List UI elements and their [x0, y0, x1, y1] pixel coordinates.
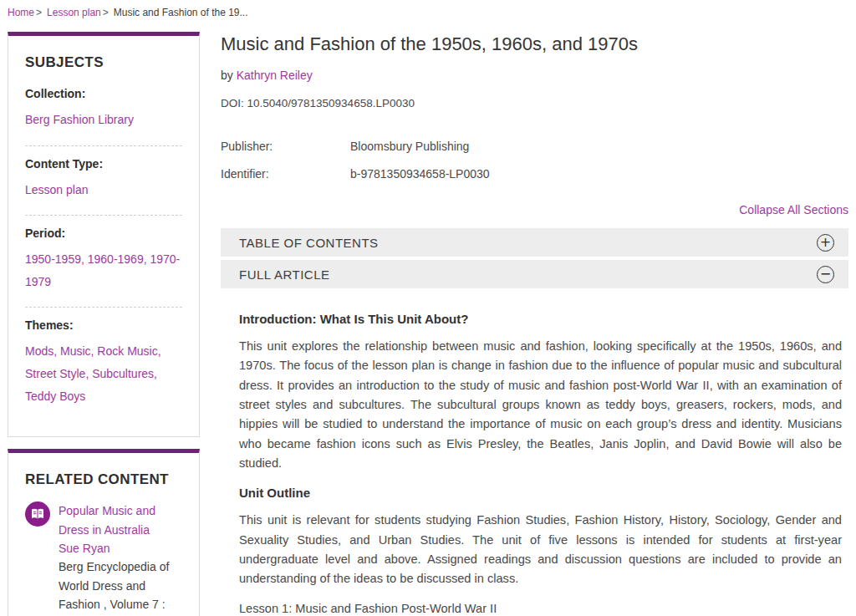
related-item-title-link[interactable]: Popular Music and Dress in Australia [59, 501, 182, 539]
accordion-label: FULL ARTICLE [239, 267, 817, 282]
plus-circle-icon[interactable]: + [817, 234, 834, 252]
related-item: Popular Music and Dress in Australia Sue… [25, 501, 182, 616]
accordion-label: TABLE OF CONTENTS [239, 236, 817, 250]
page-title: Music and Fashion of the 1950s, 1960s, a… [221, 33, 848, 55]
subject-group-label: Collection: [25, 87, 182, 100]
metadata-label: Identifier: [221, 167, 350, 181]
article-heading-unit-outline: Unit Outline [239, 486, 842, 500]
minus-circle-icon[interactable]: − [817, 266, 834, 283]
article-paragraph: This unit is relevant for students study… [239, 511, 842, 588]
metadata-rows: Publisher:Bloomsbury PublishingIdentifie… [221, 140, 848, 181]
lesson-line: Lesson 1: Music and Fashion Post-World W… [239, 602, 842, 616]
subject-link[interactable]: Street Style [25, 367, 85, 380]
page-layout: SUBJECTS Collection:Berg Fashion Library… [0, 32, 856, 616]
subject-group-label: Themes: [25, 318, 182, 332]
subjects-panel: SUBJECTS Collection:Berg Fashion Library… [8, 32, 200, 437]
accordion-full-article[interactable]: FULL ARTICLE − [221, 260, 848, 288]
subject-group: Period:1950-1959, 1960-1969, 1970-1979 [25, 215, 182, 307]
breadcrumb: Home>Lesson plan>Music and Fashion of th… [0, 0, 856, 18]
related-content-panel: RELATED CONTENT Popular Music and Dress … [8, 449, 200, 616]
doi-text: DOI: 10.5040/9781350934658.LP0030 [221, 97, 848, 109]
main-content: Music and Fashion of the 1950s, 1960s, a… [221, 32, 848, 616]
related-item-source: Berg Encyclopedia of World Dress and Fas… [59, 557, 182, 616]
metadata-label: Publisher: [221, 140, 350, 153]
related-item-text: Popular Music and Dress in Australia Sue… [59, 501, 182, 616]
author-link[interactable]: Kathryn Reiley [237, 69, 313, 82]
article-paragraph: This unit explores the relationship betw… [239, 337, 842, 473]
byline-prefix: by [221, 69, 237, 82]
subject-link[interactable]: Lesson plan [25, 183, 89, 196]
subject-group-label: Content Type: [25, 157, 182, 171]
subject-group: Content Type:Lesson plan [25, 145, 182, 216]
subject-group: Themes:Mods, Music, Rock Music, Street S… [25, 307, 182, 421]
subject-link[interactable]: Music [60, 344, 91, 358]
metadata-value: b-9781350934658-LP0030 [350, 167, 490, 181]
subject-link[interactable]: Subcultures [92, 367, 154, 380]
metadata-row: Publisher:Bloomsbury Publishing [221, 140, 848, 153]
subject-link[interactable]: Mods [25, 344, 54, 358]
metadata-row: Identifier:b-9781350934658-LP0030 [221, 167, 848, 181]
subject-group: Collection:Berg Fashion Library [25, 76, 182, 145]
subject-link[interactable]: 1960-1969 [88, 252, 144, 266]
breadcrumb-link[interactable]: Lesson plan [47, 7, 101, 18]
breadcrumb-separator: > [36, 7, 42, 18]
metadata-value: Bloomsbury Publishing [350, 140, 469, 153]
subject-links: Berg Fashion Library [25, 109, 182, 131]
book-icon [25, 501, 50, 527]
article-body: Introduction: What Is This Unit About? T… [221, 292, 848, 616]
lesson-list: Lesson 1: Music and Fashion Post-World W… [239, 602, 842, 616]
subject-link[interactable]: Teddy Boys [25, 389, 85, 403]
subject-link[interactable]: 1950-1959 [25, 252, 81, 266]
subject-link[interactable]: Berg Fashion Library [25, 113, 134, 126]
collapse-all-link[interactable]: Collapse All Sections [739, 203, 848, 216]
breadcrumb-separator: > [103, 7, 109, 18]
subject-links: Mods, Music, Rock Music, Street Style, S… [25, 340, 182, 407]
related-content-title: RELATED CONTENT [25, 471, 182, 488]
article-heading-introduction: Introduction: What Is This Unit About? [239, 312, 842, 326]
byline: by Kathryn Reiley [221, 69, 848, 82]
breadcrumb-current: Music and Fashion of the 19... [114, 7, 248, 18]
subject-group-label: Period: [25, 227, 182, 240]
breadcrumb-link[interactable]: Home [8, 7, 34, 18]
accordion-table-of-contents[interactable]: TABLE OF CONTENTS + [221, 228, 848, 257]
collapse-row: Collapse All Sections [221, 202, 848, 217]
sidebar: SUBJECTS Collection:Berg Fashion Library… [8, 32, 200, 616]
subject-links: Lesson plan [25, 179, 182, 201]
related-item-author-link[interactable]: Sue Ryan [59, 539, 182, 557]
subject-groups: Collection:Berg Fashion LibraryContent T… [25, 76, 182, 421]
subject-links: 1950-1959, 1960-1969, 1970-1979 [25, 248, 182, 293]
subjects-title: SUBJECTS [25, 54, 182, 71]
subject-link[interactable]: Rock Music [97, 344, 157, 358]
